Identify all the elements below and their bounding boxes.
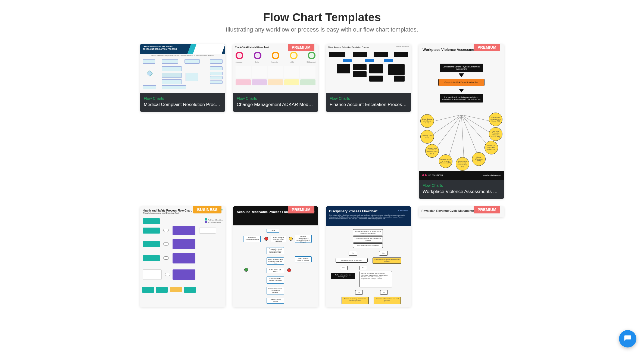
template-card-workplace-violence[interactable]: PREMIUM Workplace Violence Assessments H… xyxy=(419,44,504,199)
template-title: Change Management ADKAR Model… xyxy=(237,102,314,107)
template-category: Flow Charts xyxy=(237,96,314,101)
template-thumbnail: Client Account Collection Escalation Pro… xyxy=(326,44,411,93)
template-caption: Flow Charts Finance Account Escalation P… xyxy=(326,93,411,112)
template-thumbnail: Health and Safety Process Flow Chart Thr… xyxy=(140,206,225,307)
template-card-account-receivable[interactable]: PREMIUM Account Receivable Process Flowc… xyxy=(233,206,318,307)
template-card-disciplinary[interactable]: Disciplinary Process Flowchart JDPFUNDS … xyxy=(326,206,411,307)
template-thumbnail: Disciplinary Process Flowchart JDPFUNDS … xyxy=(326,206,411,307)
template-card-medical[interactable]: OFFICE OF PATIENT RELATIONS COMPLAINT RE… xyxy=(140,44,225,112)
template-caption: Flow Charts Change Management ADKAR Mode… xyxy=(233,93,318,112)
template-title: Finance Account Escalation Process … xyxy=(330,102,407,107)
page-subtitle: Illustrating any workflow or process is … xyxy=(140,26,504,33)
template-grid: OFFICE OF PATIENT RELATIONS COMPLAINT RE… xyxy=(140,44,504,307)
template-caption: Flow Charts Medical Complaint Resolution… xyxy=(140,93,225,112)
hero: Flow Chart Templates Illustrating any wo… xyxy=(140,11,504,33)
template-card-physician[interactable]: PREMIUM Physician Revenue Cycle Manageme… xyxy=(419,206,504,217)
template-category: Flow Charts xyxy=(144,96,221,101)
template-title: Medical Complaint Resolution Proce… xyxy=(144,102,221,107)
template-thumbnail: Workplace Violence Assessments HR SOLUTI… xyxy=(419,44,504,180)
premium-badge: PREMIUM xyxy=(288,44,314,51)
template-thumbnail: The ADKAR Model Flowchart Awareness Desi… xyxy=(233,44,318,93)
page-title: Flow Chart Templates xyxy=(140,11,504,24)
template-thumbnail: OFFICE OF PATIENT RELATIONS COMPLAINT RE… xyxy=(140,44,225,93)
business-badge: BUSINESS xyxy=(193,206,221,213)
premium-badge: PREMIUM xyxy=(474,44,500,51)
template-thumbnail: Account Receivable Process Flowchart RIV… xyxy=(233,206,318,307)
page: Flow Chart Templates Illustrating any wo… xyxy=(121,0,523,323)
template-category: Flow Charts xyxy=(423,183,500,188)
template-card-finance[interactable]: Client Account Collection Escalation Pro… xyxy=(326,44,411,112)
template-card-health-safety[interactable]: BUSINESS Health and Safety Process Flow … xyxy=(140,206,225,307)
premium-badge: PREMIUM xyxy=(288,206,314,213)
template-title: Workplace Violence Assessments Fl… xyxy=(423,189,500,194)
template-caption: Flow Charts Workplace Violence Assessmen… xyxy=(419,180,504,199)
template-category: Flow Charts xyxy=(330,96,407,101)
template-card-adkar[interactable]: PREMIUM The ADKAR Model Flowchart Awaren… xyxy=(233,44,318,112)
premium-badge: PREMIUM xyxy=(474,206,500,213)
